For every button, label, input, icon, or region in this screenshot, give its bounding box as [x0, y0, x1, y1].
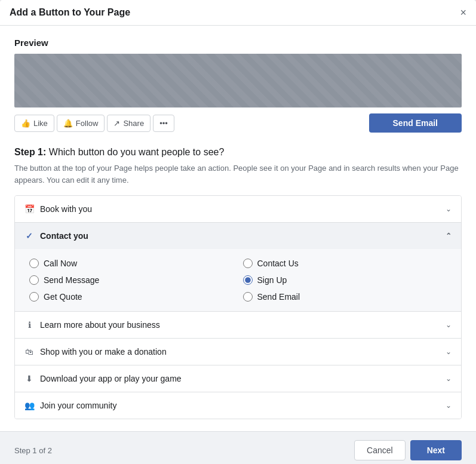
- step-description: The button at the top of your Page helps…: [14, 162, 462, 186]
- like-icon: 👍: [21, 119, 30, 128]
- step-heading: Step 1: Which button do you want people …: [14, 147, 462, 158]
- preview-actions-left: 👍 Like 🔔 Follow ↗ Share •••: [14, 115, 174, 132]
- like-button[interactable]: 👍 Like: [14, 115, 54, 132]
- community-label: Join your community: [40, 401, 116, 410]
- follow-button[interactable]: 🔔 Follow: [57, 115, 105, 132]
- preview-label: Preview: [14, 38, 462, 48]
- learn-label: Learn more about your business: [40, 320, 160, 330]
- shop-icon: 🛍: [24, 347, 34, 357]
- modal-footer: Step 1 of 2 Cancel Next: [0, 431, 476, 464]
- learn-chevron-icon: ⌄: [446, 321, 452, 329]
- radio-send-message[interactable]: Send Message: [29, 275, 234, 285]
- download-label: Download your app or play your game: [40, 374, 182, 383]
- book-chevron-icon: ⌄: [446, 205, 452, 213]
- more-button[interactable]: •••: [153, 115, 174, 132]
- cancel-button[interactable]: Cancel: [354, 440, 406, 460]
- calendar-icon: 📅: [24, 204, 34, 214]
- contact-chevron-icon: ⌃: [446, 232, 452, 240]
- sign-up-label: Sign Up: [257, 275, 287, 285]
- modal-header: Add a Button to Your Page ×: [0, 0, 476, 26]
- radio-send-email[interactable]: Send Email: [243, 292, 447, 302]
- radio-contact-us-input[interactable]: [243, 259, 253, 268]
- accordion-item-community: 👥 Join your community ⌄: [15, 392, 461, 419]
- preview-actions: 👍 Like 🔔 Follow ↗ Share ••• Send Email: [14, 113, 462, 133]
- accordion-header-shop[interactable]: 🛍 Shop with you or make a donation ⌄: [15, 339, 461, 365]
- radio-get-quote[interactable]: Get Quote: [29, 292, 234, 302]
- send-email-button[interactable]: Send Email: [369, 113, 462, 133]
- step-number: Step 1:: [14, 147, 46, 157]
- footer-buttons: Cancel Next: [354, 440, 462, 460]
- contact-content: Call Now Contact Us Send Message Si: [15, 249, 461, 311]
- share-label: Share: [123, 119, 144, 128]
- accordion-header-community[interactable]: 👥 Join your community ⌄: [15, 392, 461, 419]
- accordion-header-learn[interactable]: ℹ Learn more about your business ⌄: [15, 312, 461, 338]
- download-chevron-icon: ⌄: [446, 374, 452, 383]
- community-icon: 👥: [24, 401, 34, 410]
- call-now-label: Call Now: [44, 259, 77, 268]
- preview-banner: [14, 54, 462, 107]
- get-quote-label: Get Quote: [44, 292, 82, 302]
- accordion-item-contact: ✓ Contact you ⌃ Call Now Contact Us: [15, 223, 461, 312]
- shop-label: Shop with you or make a donation: [40, 347, 167, 357]
- contact-us-label: Contact Us: [257, 259, 299, 268]
- radio-contact-us[interactable]: Contact Us: [243, 259, 447, 268]
- radio-grid: Call Now Contact Us Send Message Si: [29, 259, 447, 302]
- follow-label: Follow: [76, 119, 99, 128]
- radio-send-email-input[interactable]: [243, 292, 253, 302]
- accordion: 📅 Book with you ⌄ ✓ Contact you ⌃: [14, 195, 462, 419]
- accordion-item-learn: ℹ Learn more about your business ⌄: [15, 312, 461, 339]
- radio-sign-up[interactable]: Sign Up: [243, 275, 447, 285]
- accordion-item-shop: 🛍 Shop with you or make a donation ⌄: [15, 339, 461, 365]
- community-chevron-icon: ⌄: [446, 401, 452, 410]
- share-icon: ↗: [113, 119, 120, 128]
- follow-icon: 🔔: [63, 119, 73, 128]
- radio-send-message-input[interactable]: [29, 275, 39, 285]
- accordion-item-download: ⬇ Download your app or play your game ⌄: [15, 365, 461, 392]
- modal-body: Preview 👍 Like 🔔 Follow ↗ Share •••: [0, 26, 476, 431]
- accordion-item-book: 📅 Book with you ⌄: [15, 196, 461, 223]
- modal: Add a Button to Your Page × Preview 👍 Li…: [0, 0, 476, 464]
- contact-label: Contact you: [40, 231, 88, 241]
- checkmark-icon: ✓: [24, 231, 34, 241]
- radio-sign-up-input[interactable]: [243, 275, 253, 285]
- shop-chevron-icon: ⌄: [446, 348, 452, 356]
- more-icon: •••: [159, 119, 168, 128]
- step-indicator: Step 1 of 2: [14, 446, 52, 455]
- accordion-header-download[interactable]: ⬇ Download your app or play your game ⌄: [15, 365, 461, 392]
- modal-title: Add a Button to Your Page: [10, 7, 130, 18]
- download-icon: ⬇: [24, 374, 34, 383]
- like-label: Like: [33, 119, 48, 128]
- close-button[interactable]: ×: [460, 7, 466, 18]
- accordion-header-contact[interactable]: ✓ Contact you ⌃: [15, 223, 461, 249]
- accordion-header-book[interactable]: 📅 Book with you ⌄: [15, 196, 461, 222]
- radio-call-now[interactable]: Call Now: [29, 259, 234, 268]
- share-button[interactable]: ↗ Share: [107, 115, 151, 132]
- radio-get-quote-input[interactable]: [29, 292, 39, 302]
- next-button[interactable]: Next: [410, 440, 462, 460]
- send-email-label: Send Email: [257, 292, 300, 302]
- radio-call-now-input[interactable]: [29, 259, 39, 268]
- send-message-label: Send Message: [44, 275, 99, 285]
- book-label: Book with you: [40, 204, 92, 214]
- step-heading-rest: Which button do you want people to see?: [46, 147, 224, 157]
- info-icon: ℹ: [24, 320, 34, 330]
